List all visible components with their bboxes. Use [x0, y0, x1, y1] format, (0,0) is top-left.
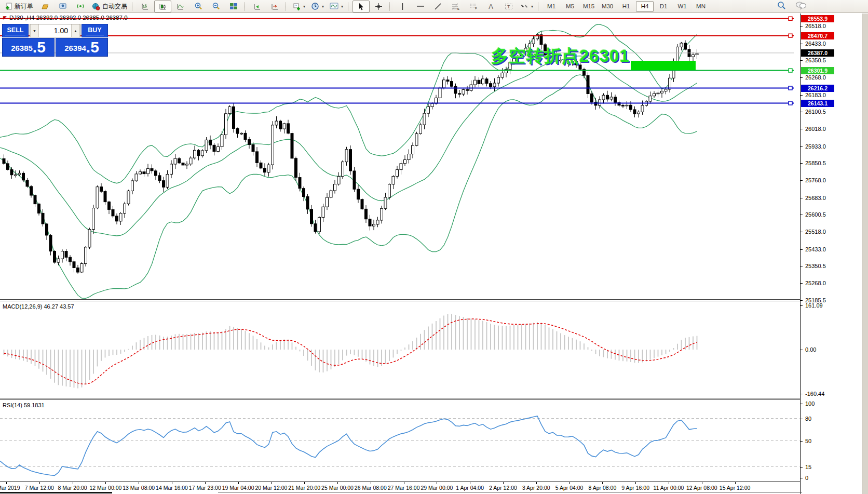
date-tick-mark — [73, 482, 73, 484]
zoom-out-button[interactable] — [207, 1, 224, 12]
axis-tick-mark — [801, 266, 803, 266]
date-tick-mark — [569, 482, 570, 484]
window-edge-strip — [862, 14, 868, 494]
dropdown-caret: ▾ — [341, 4, 343, 9]
price-chart-canvas[interactable] — [0, 14, 800, 299]
dropdown-caret: ▾ — [303, 4, 305, 9]
price-tick-label: 26100.5 — [805, 109, 826, 115]
date-tick-mark — [503, 482, 504, 484]
macd-panel-canvas[interactable] — [0, 302, 800, 397]
signals-icon — [76, 3, 85, 10]
sell-price-button[interactable]: 26385.5 — [2, 38, 55, 57]
date-tick-mark — [470, 482, 470, 484]
candlestick-chart-button[interactable] — [154, 1, 171, 12]
timeframe-button-m15[interactable]: M15 — [580, 1, 598, 12]
autotrading-button[interactable]: 自动交易 — [89, 1, 130, 12]
date-tick-mark — [702, 482, 702, 484]
autotrading-icon — [92, 3, 100, 10]
chart-shift-button[interactable] — [266, 1, 283, 12]
bar-chart-button[interactable] — [137, 1, 154, 12]
timeframe-button-h1[interactable]: H1 — [617, 1, 635, 12]
signals-button[interactable] — [72, 1, 89, 12]
date-tick-mark — [139, 482, 139, 484]
buy-button[interactable]: BUY — [82, 24, 108, 37]
charts-folder-button[interactable] — [36, 1, 53, 12]
date-label: 9 Apr 16:00 — [621, 485, 649, 491]
timeframe-button-m1[interactable]: M1 — [542, 1, 560, 12]
timeframe-button-d1[interactable]: D1 — [655, 1, 672, 12]
date-label: 12 Apr 08:00 — [686, 485, 717, 491]
tile-windows-button[interactable] — [225, 1, 242, 12]
buy-price-button[interactable]: 26394.5 — [56, 38, 108, 57]
search-icon[interactable] — [777, 1, 786, 10]
new-chart-button[interactable]: ▾ — [290, 1, 308, 12]
lot-stepper: ▼ ▲ — [30, 24, 80, 37]
price-level-badge: 26301.9 — [801, 67, 834, 74]
axis-tick-mark — [801, 249, 803, 250]
axis-tick-mark — [801, 232, 803, 232]
panel-splitter[interactable] — [0, 398, 800, 400]
axis-tick-mark — [801, 305, 803, 306]
sell-button[interactable]: SELL — [2, 24, 29, 37]
one-click-trading-panel: SELL ▼ ▲ BUY 26385.5 26394.5 — [2, 24, 108, 57]
rsi-panel-canvas[interactable] — [0, 401, 800, 482]
lot-input[interactable] — [39, 24, 71, 37]
price-tick-label: 26018.0 — [805, 126, 826, 132]
new-chart-icon — [293, 3, 301, 10]
line-chart-button[interactable] — [172, 1, 189, 12]
toolbar-separator — [389, 2, 392, 11]
timeframe-button-w1[interactable]: W1 — [673, 1, 691, 12]
vertical-line-button[interactable] — [394, 1, 411, 12]
cursor-icon — [358, 3, 364, 10]
indicators-button[interactable]: ▾ — [327, 1, 346, 12]
timeframe-button-m5[interactable]: M5 — [561, 1, 579, 12]
symbol-marker-icon: ◤ — [3, 15, 7, 20]
auto-scroll-button[interactable] — [249, 1, 266, 12]
rsi-tick-label: 0 — [805, 475, 808, 481]
new-order-button[interactable]: 新订单 — [2, 1, 36, 12]
axis-tick-mark — [801, 478, 803, 478]
arrows-tool-button[interactable]: ▾ — [518, 1, 536, 12]
timeframe-button-mn[interactable]: MN — [692, 1, 710, 12]
date-label: 25 Mar 00:00 — [321, 485, 354, 491]
lot-increase-button[interactable]: ▲ — [71, 24, 80, 37]
crosshair-button[interactable] — [370, 1, 387, 12]
toolbar-separator — [348, 2, 350, 11]
price-tick-label: 26183.0 — [805, 92, 826, 98]
date-label: 27 Mar 16:00 — [388, 485, 420, 491]
price-axis[interactable]: 26518.026433.026350.526268.026183.026100… — [800, 14, 861, 494]
price-tick-label: 25350.5 — [805, 263, 826, 269]
date-tick-mark — [635, 482, 636, 484]
cursor-button[interactable] — [352, 1, 370, 12]
text-tool-button[interactable]: A — [482, 1, 499, 12]
rsi-label: RSI(14) 59.1831 — [3, 402, 45, 408]
date-label: 17 Mar 23:00 — [189, 485, 221, 491]
date-tick-mark — [205, 482, 206, 484]
fibonacci-button[interactable]: E — [447, 1, 464, 12]
sell-label: SELL — [5, 26, 26, 35]
zoom-in-button[interactable] — [189, 1, 207, 12]
axis-tick-mark — [801, 441, 803, 442]
time-axis[interactable]: 6 Mar 20197 Mar 12:008 Mar 20:0012 Mar 0… — [0, 482, 800, 493]
chart-profiles-button[interactable]: ▾ — [308, 1, 327, 12]
grid-levels-button[interactable]: F — [465, 1, 482, 12]
horizontal-line-button[interactable] — [412, 1, 429, 12]
trendline-button[interactable] — [429, 1, 446, 12]
market-watch-button[interactable] — [54, 1, 71, 12]
panel-splitter[interactable] — [0, 299, 800, 301]
axis-tick-mark — [801, 283, 803, 284]
line-chart-icon — [177, 3, 184, 10]
price-tick-label: 25933.0 — [805, 143, 826, 150]
lot-decrease-button[interactable]: ▼ — [30, 24, 39, 37]
timeframe-button-h4[interactable]: H4 — [636, 1, 654, 12]
date-tick-mark — [172, 482, 172, 484]
new-order-label: 新订单 — [15, 2, 33, 11]
chat-icon[interactable] — [795, 1, 807, 10]
new-order-icon — [5, 3, 12, 10]
date-label: 13 Mar 08:00 — [123, 485, 155, 491]
date-tick-mark — [105, 482, 106, 484]
main-toolbar: 新订单 自动交易 ▾ ▾ — [0, 0, 868, 13]
timeframe-button-m30[interactable]: M30 — [599, 1, 616, 12]
label-tool-button[interactable]: T — [500, 1, 517, 12]
market-watch-icon — [59, 3, 67, 10]
